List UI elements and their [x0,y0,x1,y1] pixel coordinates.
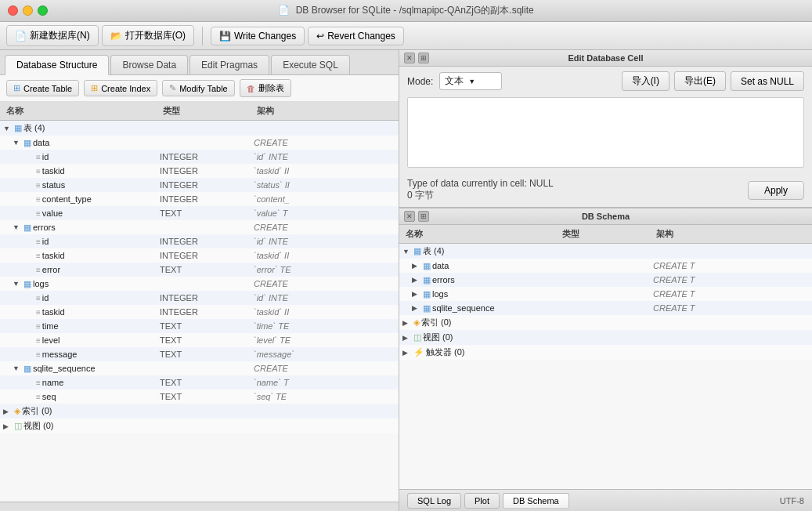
toolbar-separator [202,27,203,45]
revert-changes-button[interactable]: ↩ Revert Changes [308,27,404,45]
main-layout: Database Structure Browse Data Edit Prag… [0,50,812,511]
tree-row[interactable]: ▶ ◈ 索引 (0) [399,315,812,330]
apply-button[interactable]: Apply [748,181,804,200]
toggle-icon[interactable]: ▼ [13,364,20,372]
tree-cell-schema [650,322,775,324]
open-db-button[interactable]: 📂 打开数据库(O) [102,25,194,46]
tree-cell-schema: CREATE T [650,274,775,285]
create-table-button[interactable]: ⊞ Create Table [6,80,79,96]
doc-icon: 📄 [278,5,290,16]
right-panel: ✕ ⊞ Edit Database Cell Mode: 文本 ▼ 导入(I) … [399,50,812,511]
new-db-button[interactable]: 📄 新建数据库(N) [6,25,99,46]
bottom-tab-plot[interactable]: Plot [464,493,500,509]
bottom-tab-db-schema[interactable]: DB Schema [503,493,569,509]
tab-browse-data[interactable]: Browse Data [110,55,188,74]
tree-row[interactable]: ≡ content_type INTEGER `content_ [0,192,399,206]
toggle-icon[interactable]: ▶ [402,334,410,342]
tree-row[interactable]: ≡ id INTEGER `id` INTE [0,150,399,164]
toggle-icon[interactable]: ▶ [3,422,11,430]
tree-cell-name: ▶ ▦ data [399,260,556,272]
tree-cell-schema: `name` T [251,377,376,388]
set-null-button[interactable]: Set as NULL [731,71,804,91]
tree-row[interactable]: ≡ id INTEGER `id` INTE [0,234,399,248]
tree-row[interactable]: ▶ ◈ 索引 (0) [0,404,399,419]
tree-row[interactable]: ▶ ▦ errors CREATE T [399,273,812,287]
tree-row[interactable]: ▼ ▦ errors CREATE [0,220,399,234]
toggle-icon[interactable]: ▼ [13,280,20,288]
tree-cell-type: TEXT [157,377,251,388]
tree-cell-type: INTEGER [157,236,251,247]
create-table-icon: ⊞ [13,83,20,93]
schema-tree[interactable]: 名称 类型 架构 ▼ ▦ 表 (4) ▶ ▦ data CREATE T [399,225,812,489]
toggle-icon[interactable]: ▼ [402,248,410,256]
tree-cell-type: INTEGER [157,179,251,190]
panel-float-button[interactable]: ⊞ [418,53,429,63]
tree-row[interactable]: ≡ name TEXT `name` T [0,375,399,390]
tree-row[interactable]: ≡ taskid INTEGER `taskid` II [0,248,399,263]
tree-row[interactable]: ≡ time TEXT `time` TE [0,319,399,333]
cell-info-row: Type of data currently in cell: NULL 0 字… [407,178,804,202]
revert-icon: ↩ [316,31,324,42]
cell-text-area[interactable] [407,97,804,168]
tree-row[interactable]: ≡ id INTEGER `id` INTE [0,291,399,305]
tree-row[interactable]: ≡ message TEXT `message` [0,347,399,361]
header-type: 类型 [160,103,254,118]
toggle-icon[interactable]: ▶ [412,290,420,298]
tree-row[interactable]: ≡ value TEXT `value` T [0,206,399,220]
tree-row[interactable]: ▶ ▦ logs CREATE T [399,287,812,301]
tree-row[interactable]: ▶ ◫ 视图 (0) [0,419,399,433]
tree-row[interactable]: ▼ ▦ data CREATE [0,136,399,150]
panel-close-button[interactable]: ✕ [404,53,415,63]
close-button[interactable] [8,5,18,16]
toggle-icon[interactable]: ▶ [412,262,420,270]
tree-row[interactable]: ▼ ▦ 表 (4) [399,244,812,259]
modify-table-icon: ✎ [169,83,176,93]
left-panel: Database Structure Browse Data Edit Prag… [0,50,399,511]
tab-database-structure[interactable]: Database Structure [5,55,109,75]
tree-row[interactable]: ▶ ▦ data CREATE T [399,259,812,273]
import-button[interactable]: 导入(I) [622,71,669,91]
tree-cell-name: ≡ taskid [0,165,157,176]
toggle-icon[interactable]: ▼ [13,223,20,231]
schema-close-button[interactable]: ✕ [404,211,415,222]
horizontal-scrollbar[interactable] [0,502,399,511]
tree-row[interactable]: ▼ ▦ sqlite_sequence CREATE [0,361,399,375]
tree-cell-name: ≡ error [0,264,157,275]
tree-row[interactable]: ▶ ◫ 视图 (0) [399,330,812,345]
toggle-icon[interactable]: ▶ [3,408,11,415]
toggle-icon[interactable]: ▶ [402,349,410,357]
tree-row[interactable]: ▼ ▦ logs CREATE [0,277,399,291]
schema-body: ▼ ▦ 表 (4) ▶ ▦ data CREATE T ▶ ▦ errors C… [399,244,812,360]
tree-cell-name: ≡ seq [0,391,157,402]
mode-select[interactable]: 文本 ▼ [439,72,502,90]
toggle-icon[interactable]: ▼ [3,125,11,132]
tree-row[interactable]: ≡ status INTEGER `status` II [0,178,399,192]
toggle-icon[interactable]: ▼ [13,139,20,147]
tree-table[interactable]: 名称 类型 架构 ▼ ▦ 表 (4) ▼ ▦ data CREATE [0,102,399,502]
tree-row[interactable]: ≡ level TEXT `level` TE [0,333,399,347]
tree-row[interactable]: ≡ taskid INTEGER `taskid` II [0,164,399,178]
tree-cell-schema: CREATE [251,137,376,148]
tree-row[interactable]: ≡ taskid INTEGER `taskid` II [0,305,399,319]
tree-cell-schema: `status` II [251,179,376,190]
maximize-button[interactable] [38,5,48,16]
tree-row[interactable]: ≡ error TEXT `error` TE [0,263,399,277]
write-changes-button[interactable]: 💾 Write Changes [211,27,305,45]
export-button[interactable]: 导出(E) [674,71,726,91]
tab-edit-pragmas[interactable]: Edit Pragmas [189,55,269,74]
bottom-tab-sql-log[interactable]: SQL Log [407,493,461,509]
toggle-icon[interactable]: ▶ [412,304,420,312]
schema-float-button[interactable]: ⊞ [418,211,429,222]
modify-table-button[interactable]: ✎ Modify Table [162,80,235,96]
minimize-button[interactable] [23,5,33,16]
tree-row[interactable]: ▼ ▦ 表 (4) [0,121,399,136]
tree-row[interactable]: ≡ seq TEXT `seq` TE [0,390,399,404]
toggle-icon[interactable]: ▶ [412,276,420,284]
tree-row[interactable]: ▶ ▦ sqlite_sequence CREATE T [399,301,812,315]
tab-execute-sql[interactable]: Execute SQL [271,55,350,74]
delete-table-button[interactable]: 🗑 删除表 [240,79,291,97]
tree-cell-type: INTEGER [157,151,251,162]
create-index-button[interactable]: ⊞ Create Index [84,80,157,96]
tree-row[interactable]: ▶ ⚡ 触发器 (0) [399,345,812,360]
toggle-icon[interactable]: ▶ [402,319,410,327]
